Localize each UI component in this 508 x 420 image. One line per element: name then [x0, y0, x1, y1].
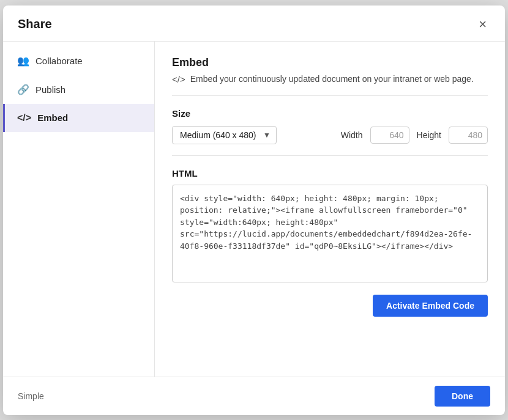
sidebar: 👥 Collaborate 🔗 Publish </> Embed — [3, 42, 155, 377]
sidebar-item-publish[interactable]: 🔗 Publish — [3, 75, 154, 104]
sidebar-item-collaborate-label: Collaborate — [35, 56, 83, 66]
height-label: Height — [417, 130, 441, 140]
width-input[interactable] — [370, 127, 409, 144]
footer-label: Simple — [18, 391, 44, 401]
width-label: Width — [341, 130, 363, 140]
embed-code-icon: </> — [172, 74, 185, 84]
size-select[interactable]: Medium (640 x 480) Small (320 x 240) Lar… — [172, 126, 277, 144]
activate-btn-row: Activate Embed Code — [172, 295, 488, 317]
sidebar-item-embed[interactable]: </> Embed — [3, 104, 154, 132]
dimension-fields: Width Height — [341, 127, 488, 144]
modal-title: Share — [18, 17, 52, 31]
size-controls: Medium (640 x 480) Small (320 x 240) Lar… — [172, 126, 488, 144]
close-button[interactable]: × — [475, 17, 490, 32]
modal-header: Share × — [3, 6, 505, 42]
modal-footer: Simple Done — [3, 377, 505, 415]
sidebar-item-collaborate[interactable]: 👥 Collaborate — [3, 46, 154, 75]
share-modal: Share × 👥 Collaborate 🔗 Publish </> Embe… — [3, 6, 505, 415]
sidebar-item-publish-label: Publish — [35, 84, 65, 95]
embed-icon: </> — [17, 112, 31, 123]
size-select-wrapper: Medium (640 x 480) Small (320 x 240) Lar… — [172, 126, 277, 144]
publish-icon: 🔗 — [17, 84, 29, 95]
activate-embed-button[interactable]: Activate Embed Code — [373, 295, 488, 317]
sidebar-item-embed-label: Embed — [37, 112, 68, 123]
html-code-textarea[interactable] — [172, 185, 488, 282]
embed-section-title: Embed — [172, 56, 488, 69]
size-section: Size Medium (640 x 480) Small (320 x 240… — [172, 108, 488, 156]
size-label: Size — [172, 108, 488, 119]
main-content: Embed </> Embed your continuously update… — [155, 42, 505, 377]
embed-description: </> Embed your continuously updated docu… — [172, 74, 488, 96]
html-section: HTML Activate Embed Code — [172, 168, 488, 362]
height-input[interactable] — [449, 127, 488, 144]
embed-desc-text: Embed your continuously updated document… — [190, 74, 474, 84]
html-label: HTML — [172, 168, 488, 179]
done-button[interactable]: Done — [435, 386, 490, 407]
modal-overlay: Share × 👥 Collaborate 🔗 Publish </> Embe… — [0, 0, 508, 420]
collaborate-icon: 👥 — [17, 55, 29, 67]
modal-body: 👥 Collaborate 🔗 Publish </> Embed Embed … — [3, 42, 505, 377]
